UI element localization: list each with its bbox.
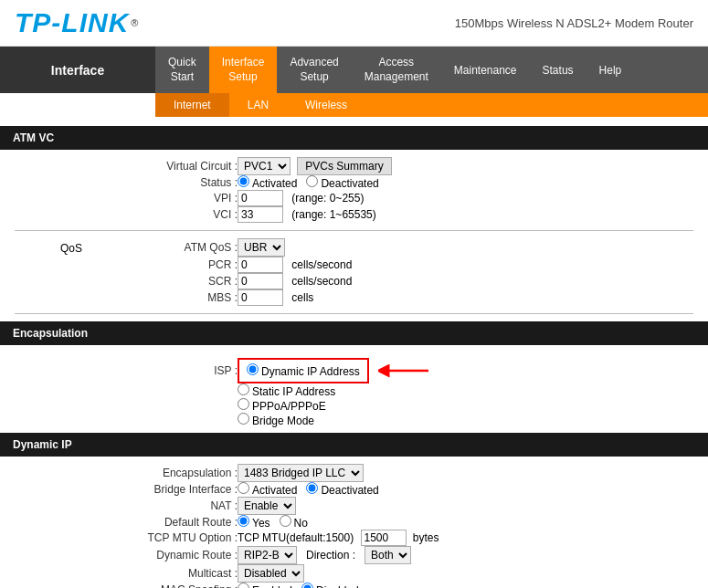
nav-help[interactable]: Help xyxy=(586,47,635,93)
direction-label: Direction : xyxy=(306,549,355,562)
dynamic-ip-table: Encapsulation : 1483 Bridged IP LLC Brid… xyxy=(91,464,439,588)
vpi-row: VPI : (range: 0~255) xyxy=(91,190,392,206)
sub-nav-lan[interactable]: LAN xyxy=(229,93,287,117)
mbs-label: MBS : xyxy=(91,289,238,306)
encapsulation-type-label: Encapsulation : xyxy=(91,464,238,482)
pvcs-summary-button[interactable]: PVCs Summary xyxy=(297,157,391,175)
vci-range: (range: 1~65535) xyxy=(291,208,375,221)
bridge-deactivated-label[interactable]: Deactivated xyxy=(306,484,378,497)
logo: TP-LINK® xyxy=(15,7,138,38)
nav-maintenance[interactable]: Maintenance xyxy=(441,47,530,93)
pppoa-pppoe-label[interactable]: PPPoA/PPPoE xyxy=(238,400,326,413)
mbs-unit: cells xyxy=(291,291,313,304)
sub-nav-internet[interactable]: Internet xyxy=(155,93,229,117)
default-route-yes-label[interactable]: Yes xyxy=(238,517,270,530)
multicast-select[interactable]: Disabled xyxy=(238,564,304,583)
vpi-value: (range: 0~255) xyxy=(238,190,392,206)
encapsulation-section: Encapsulation ISP : Dynamic IP Address xyxy=(0,321,708,433)
dynamic-ip-radio[interactable] xyxy=(247,363,259,375)
nav-interface-setup[interactable]: InterfaceSetup xyxy=(209,47,278,93)
mac-enabled-label[interactable]: Enabled xyxy=(238,584,292,588)
divider-1 xyxy=(15,230,693,231)
bridge-activated-label[interactable]: Activated xyxy=(238,484,297,497)
atm-qos-select[interactable]: UBR xyxy=(238,238,285,257)
multicast-label: Multicast : xyxy=(91,564,238,583)
vpi-input[interactable] xyxy=(238,190,283,206)
dynamic-route-select[interactable]: RIP2-B xyxy=(238,546,297,564)
dynamic-ip-highlight: Dynamic IP Address xyxy=(238,358,369,383)
scr-label: SCR : xyxy=(91,273,238,289)
pppoa-pppoe-radio[interactable] xyxy=(238,398,249,410)
mac-disabled-label[interactable]: Disabled xyxy=(301,584,359,588)
mac-spoofing-label: MAC Spoofing : xyxy=(91,583,238,588)
tcp-mtu-row: TCP MTU Option : TCP MTU(default:1500) b… xyxy=(91,530,439,546)
status-value: Activated Deactivated xyxy=(238,175,392,190)
isp-dynamic-row: Dynamic IP Address xyxy=(238,358,433,383)
mac-disabled-radio[interactable] xyxy=(301,583,313,588)
static-ip-label[interactable]: Static IP Address xyxy=(238,385,335,398)
nav-status[interactable]: Status xyxy=(530,47,586,93)
dynamic-ip-label[interactable]: Dynamic IP Address xyxy=(247,363,360,378)
bridge-mode-radio[interactable] xyxy=(238,413,249,425)
encapsulation-type-value: 1483 Bridged IP LLC xyxy=(238,464,439,482)
mbs-input[interactable] xyxy=(238,289,283,306)
scr-row: SCR : cells/second xyxy=(91,273,352,289)
tcp-mtu-label: TCP MTU Option : xyxy=(91,530,238,546)
isp-row: ISP : Dynamic IP Address xyxy=(91,358,433,383)
status-deactivated-radio[interactable] xyxy=(306,175,318,187)
direction-select[interactable]: Both xyxy=(365,546,411,564)
vci-input[interactable] xyxy=(238,206,283,223)
static-ip-radio[interactable] xyxy=(238,383,249,395)
encapsulation-type-select[interactable]: 1483 Bridged IP LLC xyxy=(238,464,364,482)
dynamic-route-value: RIP2-B Direction : Both xyxy=(238,546,439,564)
qos-body: QoS ATM QoS : UBR PCR : cells/second xyxy=(0,238,708,306)
qos-section: QoS ATM QoS : UBR PCR : cells/second xyxy=(0,238,708,306)
nat-label: NAT : xyxy=(91,497,238,515)
tcp-mtu-text: TCP MTU(default:1500) xyxy=(238,531,354,544)
tcp-mtu-input[interactable] xyxy=(361,530,407,546)
bridge-deactivated-radio[interactable] xyxy=(306,482,318,494)
virtual-circuit-select[interactable]: PVC1 xyxy=(238,157,291,175)
sub-nav: Internet LAN Wireless xyxy=(155,93,708,117)
nav-sidebar-label: Interface xyxy=(0,47,155,93)
pcr-value: cells/second xyxy=(238,257,352,273)
isp-static-row: Static IP Address xyxy=(91,383,433,398)
bridge-mode-label[interactable]: Bridge Mode xyxy=(238,415,314,427)
status-activated-label[interactable]: Activated xyxy=(238,177,297,190)
scr-input[interactable] xyxy=(238,273,283,289)
atm-qos-label: ATM QoS : xyxy=(91,238,238,257)
nav-quick-start[interactable]: QuickStart xyxy=(155,47,209,93)
virtual-circuit-label: Virtual Circuit : xyxy=(91,157,238,175)
default-route-row: Default Route : Yes No xyxy=(91,515,439,530)
scr-unit: cells/second xyxy=(291,275,352,288)
atm-vc-table: Virtual Circuit : PVC1 PVCs Summary Stat… xyxy=(91,157,392,223)
tcp-mtu-unit: bytes xyxy=(413,531,439,544)
status-deactivated-label[interactable]: Deactivated xyxy=(306,177,378,190)
status-activated-radio[interactable] xyxy=(238,175,249,187)
pcr-row: PCR : cells/second xyxy=(91,257,352,273)
mbs-value: cells xyxy=(238,289,352,306)
dynamic-ip-body: Encapsulation : 1483 Bridged IP LLC Brid… xyxy=(0,464,708,588)
multicast-row: Multicast : Disabled xyxy=(91,564,439,583)
sub-nav-wireless[interactable]: Wireless xyxy=(287,93,365,117)
default-route-yes-radio[interactable] xyxy=(238,515,249,527)
nav-advanced-setup[interactable]: AdvancedSetup xyxy=(277,47,351,93)
isp-label: ISP : xyxy=(91,358,238,383)
bridge-interface-value: Activated Deactivated xyxy=(238,482,439,497)
nav-access-management[interactable]: AccessManagement xyxy=(352,47,441,93)
mac-enabled-radio[interactable] xyxy=(238,583,249,588)
red-arrow-indicator xyxy=(378,360,433,382)
nat-select[interactable]: Enable xyxy=(238,497,296,515)
pcr-unit: cells/second xyxy=(291,258,352,271)
isp-pppoa-row: PPPoA/PPPoE xyxy=(91,398,433,413)
default-route-no-label[interactable]: No xyxy=(280,517,308,530)
main-content: ATM VC Virtual Circuit : PVC1 PVCs Summa… xyxy=(0,117,708,588)
product-name: 150Mbps Wireless N ADSL2+ Modem Router xyxy=(455,16,693,30)
pcr-input[interactable] xyxy=(238,257,283,273)
default-route-no-radio[interactable] xyxy=(280,515,291,527)
vci-value: (range: 1~65535) xyxy=(238,206,392,223)
nat-row: NAT : Enable xyxy=(91,497,439,515)
dynamic-route-row: Dynamic Route : RIP2-B Direction : Both xyxy=(91,546,439,564)
encapsulation-type-row: Encapsulation : 1483 Bridged IP LLC xyxy=(91,464,439,482)
bridge-activated-radio[interactable] xyxy=(238,482,249,494)
